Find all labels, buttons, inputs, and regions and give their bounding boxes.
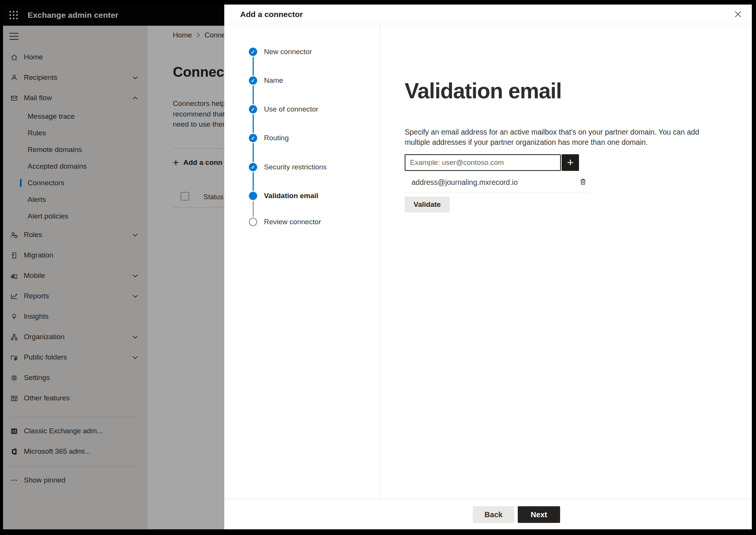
step-heading: Validation email [405,79,562,102]
email-input[interactable] [405,154,561,171]
wizard-step-new-connector[interactable]: ✓New connector [224,48,380,56]
step-current-icon [249,192,257,200]
step-check-icon: ✓ [249,163,257,171]
address-row: address@journaling.mxrecord.io [405,172,591,192]
step-label: New connector [264,48,312,56]
step-connector-line [253,143,254,162]
step-label: Use of connector [264,105,318,113]
modal-main: Validation email Specify an email addres… [380,24,752,499]
add-email-button[interactable]: + [562,154,579,171]
trash-icon [579,178,587,187]
step-connector-line [253,114,254,133]
step-label: Validation email [264,192,318,200]
back-button[interactable]: Back [473,506,514,523]
wizard-step-routing[interactable]: ✓Routing [224,134,380,142]
step-label: Review connector [264,218,321,226]
wizard-step-name[interactable]: ✓Name [224,76,380,85]
add-connector-modal: Add a connector ✓New connector✓Name✓Use … [224,5,752,529]
wizard-steps: ✓New connector✓Name✓Use of connector✓Rou… [224,24,380,499]
plus-icon: + [567,155,574,170]
step-check-icon: ✓ [249,76,257,85]
email-input-row: + [405,154,579,171]
delete-address-button[interactable] [577,176,588,188]
wizard-step-security-restrictions[interactable]: ✓Security restrictions [224,163,380,171]
step-circle-icon [249,218,257,226]
wizard-step-review-connector[interactable]: Review connector [224,218,380,226]
step-check-icon: ✓ [249,105,257,113]
wizard-step-validation-email[interactable]: Validation email [224,192,380,200]
next-button[interactable]: Next [518,506,560,523]
address-list: address@journaling.mxrecord.io [405,172,591,192]
step-check-icon: ✓ [249,134,257,142]
modal-footer: Back Next [224,499,752,529]
validate-button[interactable]: Validate [405,197,450,212]
step-connector-line [253,172,254,191]
step-connector-line [253,201,254,217]
close-button[interactable] [732,8,744,20]
step-description: Specify an email address for an active m… [405,127,712,148]
close-icon [734,11,742,18]
address-text: address@journaling.mxrecord.io [405,178,518,187]
modal-title: Add a connector [240,5,303,24]
app-window: Exchange admin center HomeRecipientsMail… [3,5,752,529]
step-connector-line [253,57,254,76]
step-label: Routing [264,134,289,142]
wizard-step-use-of-connector[interactable]: ✓Use of connector [224,105,380,113]
step-connector-line [253,85,254,104]
modal-header: Add a connector [224,5,752,24]
step-check-icon: ✓ [249,48,257,56]
step-label: Security restrictions [264,163,327,171]
step-label: Name [264,76,283,85]
